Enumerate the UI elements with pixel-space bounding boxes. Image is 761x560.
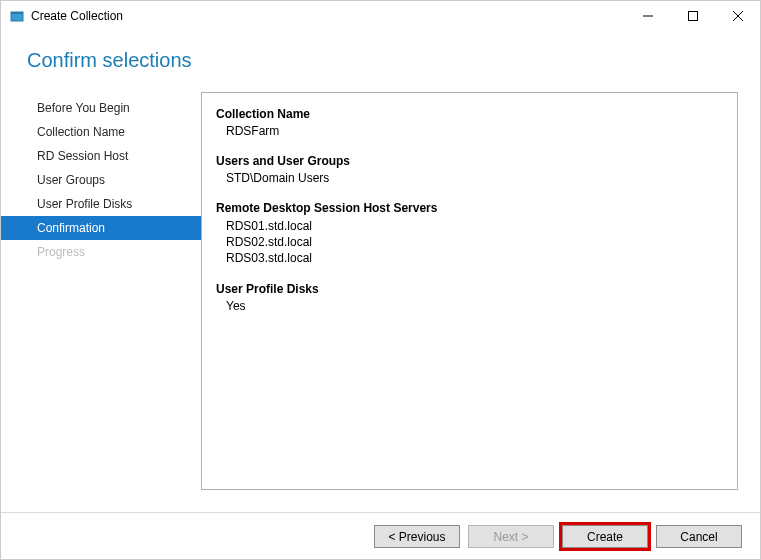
sidebar-step-confirmation[interactable]: Confirmation <box>1 216 201 240</box>
previous-button-label: < Previous <box>388 530 445 544</box>
sidebar-step-rd-session-host[interactable]: RD Session Host <box>1 144 201 168</box>
window-title: Create Collection <box>31 9 123 23</box>
host-item: RDS03.std.local <box>226 250 723 266</box>
app-icon <box>9 8 25 24</box>
minimize-button[interactable] <box>625 1 670 31</box>
collection-name-value: RDSFarm <box>216 121 723 152</box>
previous-button[interactable]: < Previous <box>374 525 460 548</box>
sidebar-step-progress: Progress <box>1 240 201 264</box>
wizard-sidebar: Before You Begin Collection Name RD Sess… <box>1 92 201 490</box>
host-item: RDS02.std.local <box>226 234 723 250</box>
host-item: RDS01.std.local <box>226 218 723 234</box>
sidebar-step-label: User Groups <box>37 173 105 187</box>
svg-rect-3 <box>688 12 697 21</box>
hosts-label: Remote Desktop Session Host Servers <box>216 201 723 215</box>
users-groups-value: STD\Domain Users <box>216 168 723 199</box>
next-button: Next > <box>468 525 554 548</box>
sidebar-step-label: RD Session Host <box>37 149 128 163</box>
next-button-label: Next > <box>493 530 528 544</box>
upd-label: User Profile Disks <box>216 282 723 296</box>
page-title: Confirm selections <box>1 31 760 92</box>
content-panel: Collection Name RDSFarm Users and User G… <box>201 92 738 490</box>
footer: < Previous Next > Create Cancel <box>1 513 760 548</box>
sidebar-step-user-profile-disks[interactable]: User Profile Disks <box>1 192 201 216</box>
create-button-label: Create <box>587 530 623 544</box>
sidebar-step-label: Before You Begin <box>37 101 130 115</box>
collection-name-label: Collection Name <box>216 107 723 121</box>
cancel-button[interactable]: Cancel <box>656 525 742 548</box>
create-button[interactable]: Create <box>562 525 648 548</box>
sidebar-step-label: User Profile Disks <box>37 197 132 211</box>
close-button[interactable] <box>715 1 760 31</box>
sidebar-step-label: Progress <box>37 245 85 259</box>
users-groups-label: Users and User Groups <box>216 154 723 168</box>
sidebar-step-label: Confirmation <box>37 221 105 235</box>
maximize-button[interactable] <box>670 1 715 31</box>
svg-rect-1 <box>11 12 23 14</box>
sidebar-step-user-groups[interactable]: User Groups <box>1 168 201 192</box>
sidebar-step-collection-name[interactable]: Collection Name <box>1 120 201 144</box>
sidebar-step-before-you-begin[interactable]: Before You Begin <box>1 96 201 120</box>
cancel-button-label: Cancel <box>680 530 717 544</box>
sidebar-step-label: Collection Name <box>37 125 125 139</box>
upd-value: Yes <box>216 296 723 327</box>
hosts-list: RDS01.std.local RDS02.std.local RDS03.st… <box>216 215 723 280</box>
titlebar: Create Collection <box>1 1 760 31</box>
